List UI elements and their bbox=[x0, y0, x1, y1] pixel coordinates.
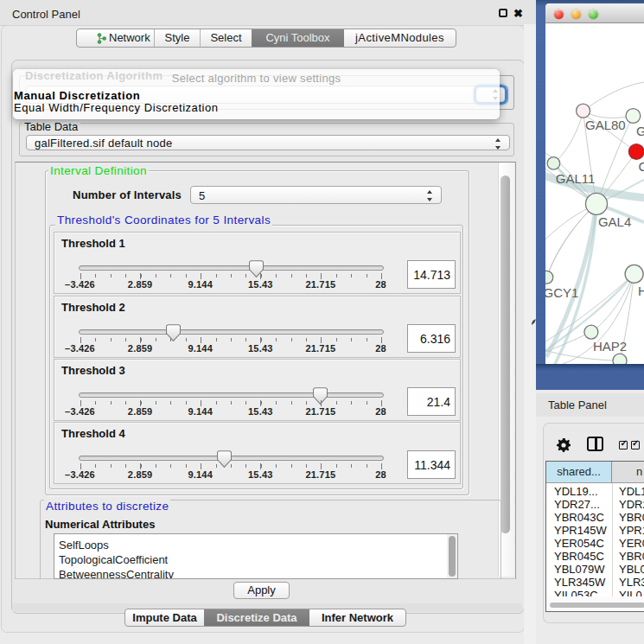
svg-text:HAP2: HAP2 bbox=[593, 339, 627, 354]
svg-text:H: H bbox=[638, 284, 644, 298]
svg-text:GAL4: GAL4 bbox=[598, 214, 631, 229]
svg-text:C: C bbox=[639, 159, 644, 174]
svg-text:G: G bbox=[636, 124, 644, 138]
svg-text:GCY1: GCY1 bbox=[545, 285, 578, 300]
svg-text:GAL80: GAL80 bbox=[585, 118, 626, 132]
svg-text:GAL11: GAL11 bbox=[556, 171, 596, 186]
